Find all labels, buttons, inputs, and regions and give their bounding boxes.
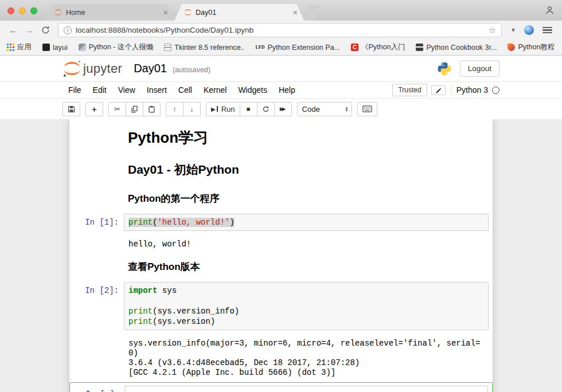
- output-text: hello, world!: [128, 240, 489, 249]
- paste-cell-button[interactable]: [143, 102, 161, 116]
- code-input-area[interactable]: [124, 386, 488, 392]
- tab-day01[interactable]: Day01 ×: [174, 4, 304, 21]
- move-cell-up-button[interactable]: ↑: [166, 102, 184, 116]
- output-prompt: [69, 237, 124, 249]
- python-gray-favicon: [79, 44, 86, 51]
- copy-cell-button[interactable]: [126, 102, 143, 116]
- add-cell-button[interactable]: +: [85, 102, 103, 116]
- notebook-title[interactable]: Day01: [134, 62, 167, 75]
- interrupt-kernel-button[interactable]: ■: [240, 102, 257, 116]
- tab-home[interactable]: Home ×: [45, 4, 174, 21]
- scissors-icon: ✂: [114, 105, 120, 113]
- bookmark-python-cookbook[interactable]: Python Cookbook 3r...: [416, 44, 497, 52]
- code-cell-1[interactable]: In [1]: print('hello, world!'): [69, 211, 493, 234]
- input-prompt: In [ ]:: [70, 386, 124, 392]
- cut-cell-button[interactable]: ✂: [108, 102, 126, 116]
- notebook-toolbar: + ✂: [0, 99, 562, 119]
- input-prompt: In [1]:: [69, 214, 124, 231]
- save-button[interactable]: [63, 102, 80, 116]
- menu-cell[interactable]: Cell: [173, 83, 198, 97]
- markdown-cell-subtitle[interactable]: Day01 - 初始Python: [124, 154, 493, 184]
- jupyter-logo[interactable]: jupyter: [63, 59, 122, 78]
- menu-edit[interactable]: Edit: [87, 83, 112, 97]
- browser-navbar: ← → i localhost:8888/notebooks/PythonCod…: [0, 21, 562, 40]
- tab-title: Day01: [196, 9, 288, 17]
- notebook-scroll-area[interactable]: Python学习 Day01 - 初始Python Python的第一个程序 I…: [0, 119, 562, 392]
- menu-file[interactable]: File: [63, 83, 87, 97]
- play-icon: ▶: [211, 106, 216, 112]
- kernel-name: Python 3: [456, 85, 488, 95]
- markdown-cell-section-2[interactable]: 查看Python版本: [124, 252, 493, 279]
- notebook-heading-3: 查看Python版本: [128, 261, 486, 273]
- bookmark-python-extension[interactable]: LFD Python Extension Pa...: [256, 44, 340, 52]
- bookmark-python-tutorial[interactable]: Python教程: [508, 42, 555, 52]
- lfd-favicon: LFD: [256, 44, 265, 51]
- jupyter-logo-text: jupyter: [83, 61, 122, 76]
- bookmark-layui[interactable]: layui: [42, 44, 68, 52]
- input-prompt: In [2]:: [69, 282, 124, 330]
- move-cell-down-button[interactable]: ↓: [183, 102, 201, 116]
- extension-globe-icon[interactable]: [524, 25, 534, 35]
- bookmark-label: Python Extension Pa...: [268, 44, 340, 52]
- code-cell-3-selected[interactable]: In [ ]:: [69, 382, 493, 392]
- profile-icon[interactable]: [544, 5, 555, 15]
- menu-kernel[interactable]: Kernel: [198, 83, 232, 97]
- reload-button[interactable]: [38, 23, 53, 38]
- restart-icon: [262, 105, 270, 113]
- bookmark-star-icon[interactable]: ☆: [489, 25, 496, 36]
- forward-button[interactable]: →: [22, 23, 37, 38]
- run-cell-button[interactable]: ▶ Run: [206, 102, 240, 116]
- notebook-heading-2: Day01 - 初始Python: [128, 162, 486, 177]
- markdown-cell-section-1[interactable]: Python的第一个程序: [124, 184, 493, 211]
- cell-type-value: Code: [302, 105, 345, 113]
- output-area: hello, world!: [124, 237, 489, 249]
- bookmark-python-intro[interactable]: C 《Python入门: [351, 42, 405, 52]
- new-tab-button[interactable]: [302, 5, 320, 21]
- output-text: sys.version_info(major=3, minor=6, micro…: [128, 339, 489, 378]
- minimize-window-button[interactable]: [19, 7, 26, 14]
- code-input-area[interactable]: print('hello, world!'): [124, 214, 489, 231]
- arrow-down-icon: ↓: [190, 105, 194, 113]
- bookmark-apps[interactable]: 应用: [7, 42, 32, 52]
- document-favicon: [164, 44, 171, 51]
- page-info-icon[interactable]: i: [64, 26, 72, 34]
- output-prompt: [69, 336, 124, 378]
- bookmark-label: 《Python入门: [361, 42, 405, 52]
- menu-help[interactable]: Help: [273, 83, 301, 97]
- close-tab-icon[interactable]: ×: [162, 9, 170, 17]
- layui-favicon: [42, 44, 50, 51]
- restart-run-all-button[interactable]: ▶▶: [274, 102, 292, 116]
- fullscreen-window-button[interactable]: [30, 7, 37, 14]
- back-button[interactable]: ←: [6, 23, 21, 38]
- bookmark-label: 应用: [17, 42, 32, 52]
- step-bar-icon: [217, 106, 218, 112]
- bookmark-python-blog[interactable]: Python - 这个人很懒: [79, 42, 154, 52]
- menu-view[interactable]: View: [112, 83, 141, 97]
- url-text[interactable]: localhost:8888/notebooks/PythonCode/Day0…: [76, 26, 485, 34]
- code-cell-2[interactable]: In [2]: import sys print(sys.version_inf…: [69, 279, 493, 333]
- jupyter-favicon: [54, 8, 63, 17]
- notebook-menubar: File Edit View Insert Cell Kernel Widget…: [0, 81, 562, 99]
- menu-insert[interactable]: Insert: [141, 83, 173, 97]
- logout-button[interactable]: Logout: [460, 60, 499, 77]
- cell-type-dropdown[interactable]: Code ▲ ▼: [297, 102, 352, 116]
- python-logo-icon: [437, 61, 452, 76]
- bookmark-label: Python Cookbook 3r...: [426, 44, 497, 52]
- browser-tab-strip: Home × Day01 ×: [0, 0, 562, 21]
- address-bar[interactable]: i localhost:8888/notebooks/PythonCode/Da…: [58, 23, 502, 37]
- close-window-button[interactable]: [7, 7, 14, 14]
- bookmark-tkinter[interactable]: Tkinter 8.5 reference..: [164, 44, 244, 52]
- command-palette-button[interactable]: [357, 102, 377, 116]
- browser-menu-icon[interactable]: [543, 27, 552, 34]
- code-input-area[interactable]: import sys print(sys.version_info)print(…: [124, 282, 489, 330]
- plus-icon: +: [92, 104, 97, 114]
- download-caret-icon[interactable]: ▼: [507, 27, 520, 33]
- restart-kernel-button[interactable]: [257, 102, 275, 116]
- c-red-favicon: C: [351, 44, 358, 51]
- arrow-up-icon: ↑: [173, 105, 177, 113]
- menu-widgets[interactable]: Widgets: [232, 83, 273, 97]
- trusted-badge[interactable]: Trusted: [392, 84, 427, 96]
- bookmark-label: Python - 这个人很懒: [89, 42, 154, 52]
- close-tab-icon[interactable]: ×: [291, 9, 299, 17]
- markdown-cell-title[interactable]: Python学习: [124, 121, 493, 154]
